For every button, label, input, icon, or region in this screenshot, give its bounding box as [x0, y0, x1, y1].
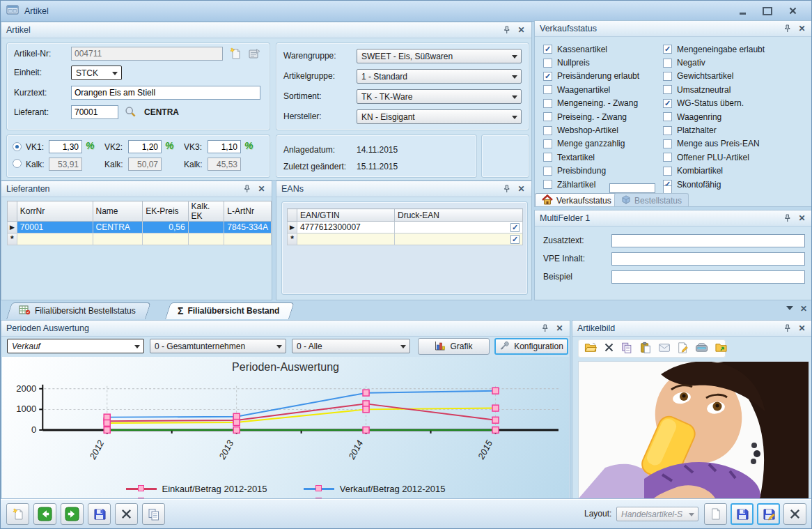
checkbox[interactable]: [543, 139, 552, 148]
maximize-button[interactable]: [758, 5, 776, 17]
close-icon[interactable]: ✕: [554, 323, 565, 334]
pin-icon[interactable]: [501, 25, 512, 36]
vk-radio[interactable]: [13, 142, 22, 151]
close-icon[interactable]: ✕: [516, 184, 526, 194]
checkbox[interactable]: [663, 59, 672, 68]
close-icon[interactable]: ✕: [800, 305, 807, 313]
kalk-radio[interactable]: [13, 159, 22, 168]
checkbox[interactable]: [663, 45, 672, 54]
checkbox[interactable]: [543, 99, 552, 108]
checkbox[interactable]: [663, 139, 672, 148]
column-header[interactable]: Druck-EAN: [395, 209, 523, 222]
sortiment-select[interactable]: TK - TK-Ware: [357, 89, 522, 104]
column-header[interactable]: Kalk. EK: [188, 201, 224, 222]
checkbox[interactable]: [543, 112, 552, 121]
checkbox[interactable]: [543, 85, 552, 94]
percent-icon[interactable]: %: [86, 140, 94, 151]
table-new-row[interactable]: *: [288, 233, 523, 245]
folder-open-icon[interactable]: [584, 342, 598, 355]
pin-icon[interactable]: [782, 24, 793, 34]
properties-icon[interactable]: [715, 342, 728, 355]
new-article-icon[interactable]: [228, 47, 242, 63]
lieferant-field[interactable]: [71, 105, 118, 119]
table-row[interactable]: ▶4777612300007: [288, 222, 523, 233]
checkbox[interactable]: [543, 45, 552, 54]
delete-button[interactable]: [115, 503, 138, 525]
percent-icon[interactable]: %: [244, 140, 253, 151]
layout-page-button[interactable]: [704, 503, 727, 525]
multifeld-input[interactable]: [611, 234, 805, 247]
filiale-select[interactable]: 0 - Alle: [292, 339, 410, 353]
column-header[interactable]: Name: [93, 201, 143, 222]
pin-icon[interactable]: [540, 323, 550, 334]
tab-filialuebersicht-bestand[interactable]: Σ Filialübersicht Bestand: [165, 302, 289, 319]
partial-input[interactable]: [609, 183, 655, 193]
new-button[interactable]: [6, 503, 29, 525]
druck-ean-checkbox[interactable]: [510, 235, 520, 244]
paste-icon[interactable]: [639, 342, 652, 356]
pin-icon[interactable]: [782, 213, 793, 224]
hersteller-select[interactable]: KN - Eisgigant: [357, 109, 522, 124]
layout-delete-button[interactable]: [783, 503, 806, 525]
percent-icon[interactable]: %: [165, 140, 173, 151]
copy-icon[interactable]: [620, 342, 633, 356]
save-button[interactable]: [88, 503, 111, 525]
vk2-field[interactable]: [128, 140, 162, 153]
multifeld-input[interactable]: [611, 270, 805, 284]
forward-button[interactable]: [61, 503, 84, 525]
pin-icon[interactable]: [501, 184, 512, 194]
article-form-icon[interactable]: [248, 47, 261, 61]
chevron-down-icon[interactable]: [786, 306, 793, 314]
close-icon[interactable]: ✕: [797, 213, 807, 224]
checkbox[interactable]: [543, 59, 552, 68]
vk3-field[interactable]: [208, 140, 241, 153]
edit-icon[interactable]: [677, 342, 689, 356]
table-row[interactable]: ▶70001CENTRA0,567845-334A: [8, 222, 272, 233]
auswertung-select[interactable]: Verkauf: [7, 339, 144, 353]
checkbox[interactable]: [543, 167, 552, 176]
kurztext-field[interactable]: [71, 86, 260, 100]
vk1-field[interactable]: [49, 140, 82, 153]
column-header[interactable]: KorrNr: [17, 201, 93, 222]
delete-icon[interactable]: [604, 342, 614, 355]
close-icon[interactable]: ✕: [797, 24, 807, 34]
checkbox[interactable]: [663, 126, 672, 135]
konfiguration-button[interactable]: Konfiguration: [494, 338, 568, 355]
tab-bestellstatus[interactable]: Bestellstatus: [614, 193, 689, 207]
layout-select[interactable]: Handelsartikel-S: [616, 507, 698, 521]
checkbox[interactable]: [663, 153, 672, 162]
column-header[interactable]: L-ArtNr: [224, 201, 272, 222]
mail-icon[interactable]: [658, 343, 671, 355]
tab-filialuebersicht-bestellstatus[interactable]: Filialübersicht Bestellstatus: [6, 302, 146, 319]
checkbox[interactable]: [543, 72, 552, 81]
warengruppe-select[interactable]: SWEET - Eis, Süßwaren: [357, 49, 522, 63]
tab-verkaufsstatus[interactable]: Verkaufsstatus: [535, 193, 618, 207]
search-icon[interactable]: [125, 106, 136, 120]
layout-save-button[interactable]: [731, 503, 754, 525]
close-button[interactable]: [783, 5, 802, 17]
pin-icon[interactable]: [242, 184, 252, 194]
close-icon[interactable]: ✕: [516, 25, 526, 36]
close-icon[interactable]: ✕: [256, 184, 267, 194]
checkbox[interactable]: [663, 167, 672, 176]
checkbox[interactable]: [543, 153, 552, 162]
multifeld-input[interactable]: [611, 252, 805, 266]
copy-button[interactable]: [142, 503, 165, 525]
unternehmen-select[interactable]: 0 - Gesamtunternehmen: [150, 339, 286, 353]
column-header[interactable]: EAN/GTIN: [297, 209, 395, 222]
pin-icon[interactable]: [782, 323, 793, 334]
checkbox[interactable]: [543, 180, 552, 189]
minimize-button[interactable]: [733, 5, 751, 17]
grafik-button[interactable]: Grafik: [418, 338, 490, 355]
back-button[interactable]: [33, 503, 56, 525]
checkbox[interactable]: [543, 126, 552, 135]
checkbox[interactable]: [663, 72, 672, 81]
checkbox[interactable]: [663, 85, 672, 94]
einheit-select[interactable]: STCK: [71, 66, 122, 80]
column-header[interactable]: EK-Preis: [143, 201, 188, 222]
scan-icon[interactable]: [695, 342, 708, 355]
artikelgruppe-select[interactable]: 1 - Standard: [357, 69, 522, 84]
druck-ean-checkbox[interactable]: [510, 223, 520, 232]
checkbox[interactable]: [663, 112, 672, 121]
table-new-row[interactable]: *: [8, 233, 272, 245]
